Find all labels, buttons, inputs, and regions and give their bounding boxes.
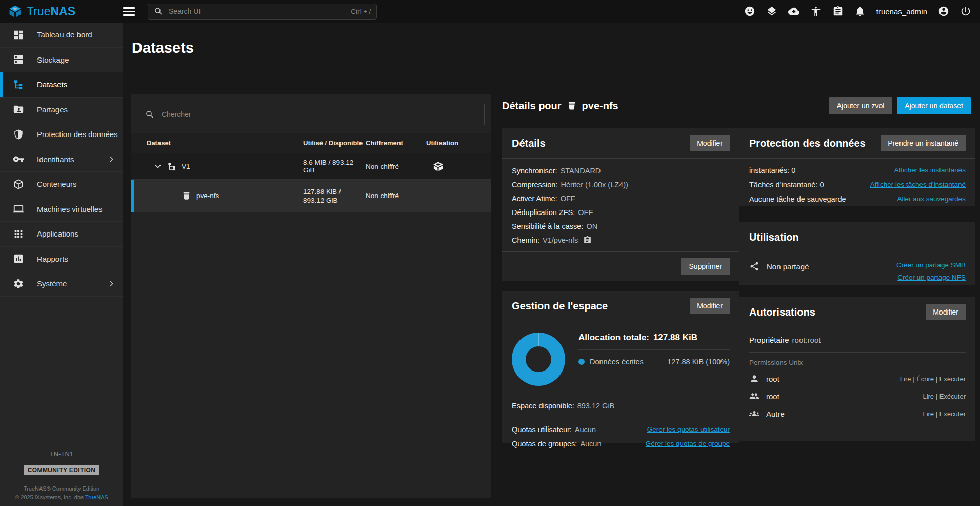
user-quota-label: Quotas utilisateur: xyxy=(512,422,572,437)
task-manager-icon[interactable] xyxy=(832,6,844,17)
global-search[interactable]: Ctrl + / xyxy=(148,4,377,20)
copy-path-icon[interactable] xyxy=(583,236,592,244)
create-nfs-share-link[interactable]: Créer un partage NFS xyxy=(897,274,966,281)
sidebar-footer: TN-TN1 COMMUNITY EDITION TrueNAS® Commun… xyxy=(0,450,123,502)
search-icon xyxy=(154,7,163,16)
group-quota-label: Quotas de groupes: xyxy=(512,437,577,451)
ix-systems-icon[interactable] xyxy=(766,6,777,17)
manage-group-quotas-link[interactable]: Gérer les quotas de groupe xyxy=(646,437,730,451)
permission-entity: Autre xyxy=(766,410,785,418)
show-snapshot-tasks-link[interactable]: Afficher les tâches d'instantané xyxy=(870,178,966,192)
sidebar-item-storage[interactable]: Stockage xyxy=(0,48,123,73)
detail-value: V1/pve-nfs xyxy=(543,236,578,244)
owner-value: root:root xyxy=(792,336,821,344)
detail-value: ON xyxy=(586,222,597,230)
apps-grid-icon xyxy=(13,228,24,240)
snapshot-tasks-row: Tâches d'instantané: 0 Afficher les tâch… xyxy=(749,178,966,192)
sidebar-item-credentials[interactable]: Identifiants xyxy=(0,147,123,172)
table-row-pve-nfs[interactable]: pve-nfs 127.88 KiB / 893.12 GiB Non chif… xyxy=(131,180,491,212)
sidebar-item-shares[interactable]: Partages xyxy=(0,98,123,123)
sidebar-item-reports[interactable]: Rapports xyxy=(0,247,123,272)
detail-label: Chemin: xyxy=(512,236,539,244)
sidebar-item-label: Applications xyxy=(37,229,78,238)
copyright-text: © 2025 iXsystems, Inc. dba xyxy=(15,494,84,500)
dataset-encryption: Non chiffré xyxy=(366,192,426,200)
copyright-link[interactable]: TrueNAS xyxy=(85,494,108,500)
edit-permissions-button[interactable]: Modifier xyxy=(926,304,966,320)
add-dataset-button[interactable]: Ajouter un dataset xyxy=(897,97,971,114)
permissions-card: Autorisations Modifier Propriétaireroot:… xyxy=(739,297,975,441)
sidebar-item-applications[interactable]: Applications xyxy=(0,222,123,247)
dataset-bucket-icon xyxy=(567,101,577,111)
sidebar-item-label: Machines virtuelles xyxy=(37,205,103,213)
selected-dataset-name: pve-nfs xyxy=(582,100,618,112)
edit-details-button[interactable]: Modifier xyxy=(690,135,730,151)
main-content: Datasets Dataset Utilisé / Disponible Ch… xyxy=(123,23,980,506)
manage-user-quotas-link[interactable]: Gérer les quotas utilisateur xyxy=(647,422,730,437)
truecommand-cloud-icon[interactable] xyxy=(788,6,799,17)
take-snapshot-button[interactable]: Prendre un instantané xyxy=(881,135,966,151)
table-row-v1[interactable]: V1 8.6 MiB / 893.12 GiB Non chiffré xyxy=(131,153,491,180)
global-search-input[interactable] xyxy=(168,7,346,16)
power-icon[interactable] xyxy=(960,6,971,17)
groups-icon xyxy=(749,408,759,419)
available-space-label: Espace disponible: xyxy=(512,402,574,410)
usage-card: Utilisation Non partagé Créer un partage… xyxy=(739,222,975,285)
truenas-brand[interactable]: TrueNAS xyxy=(0,5,114,18)
card-title: Détails xyxy=(512,138,546,149)
sidebar-item-dashboard[interactable]: Tableau de bord xyxy=(0,23,123,48)
feedback-smiley-icon[interactable] xyxy=(744,6,755,17)
pool-tree-icon xyxy=(167,162,177,171)
other-permission-row: Autre Lire | Exécuter xyxy=(749,405,966,422)
column-usage: Utilisation xyxy=(426,139,491,147)
backup-tasks-status: Aucune tâche de sauvegarde xyxy=(749,192,846,206)
show-snapshots-link[interactable]: Afficher les instantanés xyxy=(894,163,966,178)
detail-value: STANDARD xyxy=(561,167,601,175)
sidebar-item-virtual-machines[interactable]: Machines virtuelles xyxy=(0,197,123,222)
share-icon xyxy=(749,261,759,271)
gear-icon xyxy=(13,278,24,289)
detail-value: OFF xyxy=(578,208,593,217)
group-quota-row: Quotas de groupes:Aucun Gérer les quotas… xyxy=(512,437,730,451)
details-header: Détails pour pve-nfs Ajouter un zvol Ajo… xyxy=(502,94,971,118)
permission-flags: Lire | Exécuter xyxy=(923,393,966,400)
sidebar-item-datasets[interactable]: Datasets xyxy=(0,72,123,98)
chevron-down-icon[interactable] xyxy=(153,162,163,171)
create-smb-share-link[interactable]: Créer un partage SMB xyxy=(896,261,966,269)
alerts-bell-icon[interactable] xyxy=(854,6,866,17)
owner-label: Propriétaire xyxy=(749,336,789,344)
total-allocation-value: 127.88 KiB xyxy=(653,333,697,342)
sidebar-item-label: Identifiants xyxy=(37,155,74,164)
detail-label: Synchroniser: xyxy=(512,167,557,175)
dataset-bucket-icon xyxy=(182,191,191,201)
card-title: Utilisation xyxy=(749,231,799,243)
sidebar-item-containers[interactable]: Conteneurs xyxy=(0,172,123,197)
sidebar-item-system[interactable]: Système xyxy=(0,271,123,297)
snapshots-count: instantanés: 0 xyxy=(749,163,795,178)
dataset-used-line2: 893.12 GiB xyxy=(303,196,366,205)
sidebar-toggle-icon[interactable] xyxy=(123,7,135,16)
edit-space-button[interactable]: Modifier xyxy=(690,298,730,314)
detail-label: Compression: xyxy=(512,181,557,189)
jobs-icon[interactable] xyxy=(810,6,822,17)
dataset-encryption: Non chiffré xyxy=(366,163,426,170)
username[interactable]: truenas_admin xyxy=(876,7,927,16)
go-to-backups-link[interactable]: Aller aux sauvegardes xyxy=(897,192,966,206)
dataset-search-input[interactable] xyxy=(161,110,477,119)
dataset-search[interactable] xyxy=(138,104,485,125)
sidebar-item-label: Datasets xyxy=(37,80,67,89)
details-card: Détails Modifier Synchroniser:STANDARD C… xyxy=(502,128,739,281)
group-icon xyxy=(749,391,759,401)
brand-text: TrueNAS xyxy=(27,5,75,18)
dashboard-icon xyxy=(13,29,24,41)
datasets-tree-icon xyxy=(13,79,24,90)
delete-dataset-button[interactable]: Supprimer xyxy=(681,258,730,275)
user-account-icon[interactable] xyxy=(938,6,949,17)
add-zvol-button[interactable]: Ajouter un zvol xyxy=(829,97,892,114)
snapshot-tasks-count: Tâches d'instantané: 0 xyxy=(749,178,824,192)
unix-permissions-heading: Permissions Unix xyxy=(749,359,966,366)
shares-folder-icon xyxy=(13,104,24,115)
owner-permission-row: root Lire | Écrire | Exécuter xyxy=(749,370,966,387)
details-title: Détails pour pve-nfs xyxy=(502,100,618,112)
sidebar-item-data-protection[interactable]: Protection des données xyxy=(0,122,123,147)
